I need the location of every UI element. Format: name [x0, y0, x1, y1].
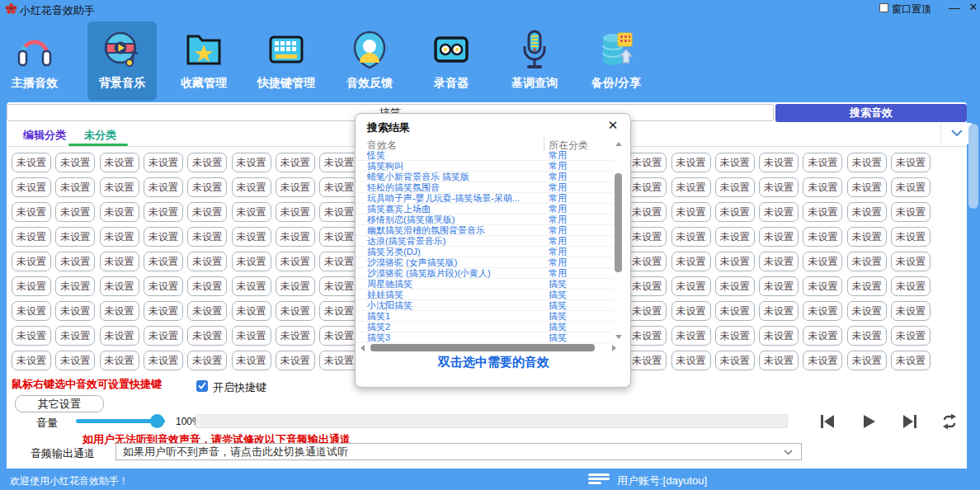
sound-slot-button[interactable]: 未设置 — [232, 301, 271, 321]
sound-slot-button[interactable]: 未设置 — [144, 227, 183, 247]
sound-slot-button[interactable]: 未设置 — [671, 351, 711, 370]
sound-slot-button[interactable]: 未设置 — [187, 252, 227, 271]
sound-slot-button[interactable]: 未设置 — [715, 227, 755, 247]
sound-slot-button[interactable]: 未设置 — [187, 202, 227, 222]
sound-slot-button[interactable]: 未设置 — [319, 301, 359, 321]
sound-slot-button[interactable]: 未设置 — [847, 153, 887, 172]
sound-slot-button[interactable]: 未设置 — [232, 326, 271, 346]
search-result-row[interactable]: 搞笑2搞笑 — [356, 322, 613, 332]
sound-slot-button[interactable]: 未设置 — [187, 276, 227, 296]
sound-slot-button[interactable]: 未设置 — [627, 351, 667, 370]
scroll-left-arrow-icon[interactable] — [360, 345, 365, 351]
sound-slot-button[interactable]: 未设置 — [232, 227, 271, 247]
sound-slot-button[interactable]: 未设置 — [627, 326, 667, 346]
sound-slot-button[interactable]: 未设置 — [759, 326, 799, 346]
sound-slot-button[interactable]: 未设置 — [803, 202, 842, 222]
sound-slot-button[interactable]: 未设置 — [715, 252, 755, 271]
sound-slot-button[interactable]: 未设置 — [627, 252, 667, 271]
sound-slot-button[interactable]: 未设置 — [187, 227, 227, 247]
sound-slot-button[interactable]: 未设置 — [715, 301, 755, 321]
sound-slot-button[interactable]: 未设置 — [187, 326, 227, 346]
scroll-right-arrow-icon[interactable] — [612, 345, 616, 351]
sound-slot-button[interactable]: 未设置 — [319, 326, 359, 346]
sound-slot-button[interactable]: 未设置 — [55, 351, 95, 370]
sound-slot-button[interactable]: 未设置 — [55, 301, 95, 321]
sound-slot-button[interactable]: 未设置 — [847, 351, 887, 370]
sound-slot-button[interactable]: 未设置 — [671, 227, 711, 247]
dialog-vscroll-thumb[interactable] — [615, 173, 622, 272]
dialog-hscroll-thumb[interactable] — [370, 344, 595, 351]
sound-slot-button[interactable]: 未设置 — [55, 276, 95, 296]
sound-slot-button[interactable]: 未设置 — [100, 153, 139, 172]
sound-slot-button[interactable]: 未设置 — [671, 177, 711, 197]
sound-slot-button[interactable]: 未设置 — [891, 227, 931, 247]
sound-slot-button[interactable]: 未设置 — [803, 252, 842, 271]
search-result-row[interactable]: 怪笑常用 — [356, 150, 613, 161]
scroll-up-arrow-icon[interactable] — [615, 142, 622, 146]
sound-slot-button[interactable]: 未设置 — [759, 276, 799, 296]
sound-slot-button[interactable]: 未设置 — [847, 276, 887, 296]
sound-slot-button[interactable]: 未设置 — [144, 177, 183, 197]
sound-slot-button[interactable]: 未设置 — [847, 326, 887, 346]
sound-slot-button[interactable]: 未设置 — [319, 276, 359, 296]
sound-slot-button[interactable]: 未设置 — [187, 153, 227, 172]
sound-slot-button[interactable]: 未设置 — [55, 326, 95, 346]
sound-slot-button[interactable]: 未设置 — [12, 301, 51, 321]
search-result-row[interactable]: 移情别恋(搞笑痛哭版)常用 — [356, 214, 613, 225]
sound-slot-button[interactable]: 未设置 — [891, 276, 931, 296]
sound-slot-button[interactable]: 未设置 — [891, 252, 931, 271]
sound-slot-button[interactable]: 未设置 — [319, 177, 359, 197]
search-result-row[interactable]: 沙漠骆驼 (搞笑版片段)(小黄人)常用 — [356, 268, 613, 279]
sound-slot-button[interactable]: 未设置 — [715, 326, 755, 346]
sound-slot-button[interactable]: 未设置 — [759, 153, 799, 172]
sound-slot-button[interactable]: 未设置 — [144, 351, 183, 370]
search-result-row[interactable]: 娃娃搞笑搞笑 — [356, 290, 613, 300]
sound-slot-button[interactable]: 未设置 — [100, 326, 139, 346]
sound-slot-button[interactable]: 未设置 — [144, 202, 183, 222]
sound-slot-button[interactable]: 未设置 — [847, 177, 887, 197]
sound-slot-button[interactable]: 未设置 — [144, 252, 183, 271]
sound-slot-button[interactable]: 未设置 — [12, 326, 51, 346]
search-result-row[interactable]: 幽默搞笑滑稽的氛围背景音乐常用 — [356, 225, 613, 236]
sound-slot-button[interactable]: 未设置 — [803, 153, 842, 172]
sound-slot-button[interactable]: 未设置 — [144, 153, 183, 172]
previous-track-button[interactable] — [818, 412, 838, 432]
loop-mode-button[interactable] — [940, 412, 960, 432]
sound-slot-button[interactable]: 未设置 — [232, 351, 271, 370]
sound-slot-button[interactable]: 未设置 — [759, 301, 799, 321]
sound-slot-button[interactable]: 未设置 — [847, 227, 887, 247]
sound-slot-button[interactable]: 未设置 — [671, 276, 711, 296]
other-settings-button[interactable]: 其它设置 — [15, 395, 104, 412]
play-button[interactable] — [860, 412, 879, 432]
sound-slot-button[interactable]: 未设置 — [55, 177, 95, 197]
volume-slider-thumb[interactable] — [150, 414, 164, 428]
sound-slot-button[interactable]: 未设置 — [12, 351, 51, 370]
search-result-row[interactable]: 搞笑1搞笑 — [356, 311, 613, 322]
sound-slot-button[interactable]: 未设置 — [715, 177, 755, 197]
sound-slot-button[interactable]: 未设置 — [891, 351, 931, 370]
sound-slot-button[interactable]: 未设置 — [319, 227, 359, 247]
sound-slot-button[interactable]: 未设置 — [100, 227, 139, 247]
sound-slot-button[interactable]: 未设置 — [671, 301, 711, 321]
sound-slot-button[interactable]: 未设置 — [276, 326, 315, 346]
sound-slot-button[interactable]: 未设置 — [144, 326, 183, 346]
sound-slot-button[interactable]: 未设置 — [803, 276, 842, 296]
sound-slot-button[interactable]: 未设置 — [627, 177, 667, 197]
sound-slot-button[interactable]: 未设置 — [12, 177, 51, 197]
sound-slot-button[interactable]: 未设置 — [187, 301, 227, 321]
sound-slot-button[interactable]: 未设置 — [100, 177, 139, 197]
dialog-horizontal-scrollbar[interactable] — [356, 344, 632, 352]
search-result-row[interactable]: 玩具哨子声-婴儿玩耍-搞笑场景-呆萌...常用 — [356, 193, 613, 204]
search-result-row[interactable]: 小沈阳搞笑搞笑 — [356, 300, 613, 311]
sound-slot-button[interactable]: 未设置 — [232, 153, 271, 172]
enable-hotkey-checkbox[interactable] — [196, 380, 208, 392]
sound-slot-button[interactable]: 未设置 — [187, 351, 227, 370]
sound-slot-button[interactable]: 未设置 — [12, 227, 51, 247]
sound-slot-button[interactable]: 未设置 — [671, 202, 711, 222]
sound-slot-button[interactable]: 未设置 — [715, 202, 755, 222]
sound-slot-button[interactable]: 未设置 — [803, 301, 842, 321]
sound-slot-button[interactable]: 未设置 — [803, 326, 842, 346]
sound-slot-button[interactable]: 未设置 — [232, 177, 271, 197]
search-result-row[interactable]: 搞笑狗叫常用 — [356, 161, 613, 172]
sound-slot-button[interactable]: 未设置 — [55, 153, 95, 172]
